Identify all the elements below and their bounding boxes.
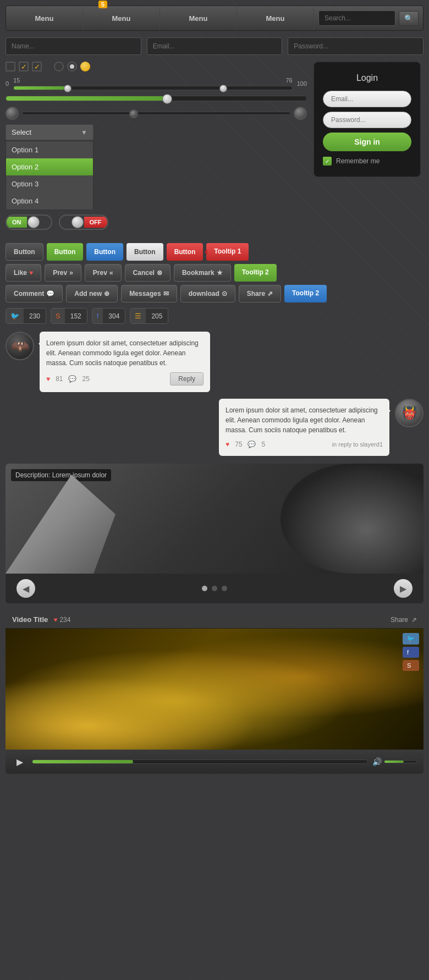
comment-bubble-icon-2: 💬 xyxy=(248,439,256,449)
password-input[interactable] xyxy=(288,37,424,55)
nav-item-1[interactable]: Menu xyxy=(6,7,83,30)
btn-download[interactable]: download ⊙ xyxy=(180,285,235,302)
button-row-2: Like ♥ Prev » Prev « Cancel ⊗ Bookmark ★… xyxy=(6,264,424,282)
toggle-off-side-1 xyxy=(40,220,51,224)
select-arrow-icon: ▼ xyxy=(81,129,87,136)
remember-label: Remember me xyxy=(336,157,380,165)
radio-dot-yellow[interactable] xyxy=(80,62,90,71)
like-count-2: 75 xyxy=(235,439,242,449)
nav-item-3[interactable]: Menu xyxy=(160,7,237,30)
video-stumbleupon-btn[interactable]: S xyxy=(403,660,419,671)
download-icon: ⊙ xyxy=(222,290,227,298)
select-option-2[interactable]: Option 2 xyxy=(6,158,93,175)
btn-red-1[interactable]: Button xyxy=(167,243,204,261)
video-share[interactable]: Share ⇗ xyxy=(391,616,417,624)
btn-comment[interactable]: Comment 💬 xyxy=(6,285,63,302)
select-option-3[interactable]: Option 3 xyxy=(6,175,93,192)
slider-dot-3[interactable] xyxy=(222,586,227,591)
download-text: download ⊙ xyxy=(189,290,227,298)
slider-prev-button[interactable]: ◀ xyxy=(16,579,35,598)
name-input[interactable] xyxy=(6,37,141,55)
select-label: Select xyxy=(12,128,31,136)
comment-text: Comment 💬 xyxy=(14,290,54,298)
search-button[interactable]: 🔍 xyxy=(399,11,419,26)
login-password-input[interactable] xyxy=(323,112,411,128)
btn-prev-2[interactable]: Prev « xyxy=(85,264,122,282)
checkbox-unchecked[interactable] xyxy=(6,62,15,71)
checkbox-checked-yellow[interactable]: ✓ xyxy=(32,62,42,71)
knob-track[interactable] xyxy=(22,112,290,115)
video-facebook-btn[interactable]: f xyxy=(403,647,419,658)
slider-1-track: 15 76 xyxy=(13,77,293,90)
btn-bookmark[interactable]: Bookmark ★ xyxy=(174,264,231,282)
comment-item-right: Lorem ipsum dolor sit amet, consectetuer… xyxy=(6,399,424,456)
facebook-icon: f xyxy=(92,309,103,323)
btn-prev-1[interactable]: Prev » xyxy=(45,264,81,282)
chevron-right-icon: » xyxy=(69,269,73,277)
comment-actions-1: ♥ 81 💬 25 Reply xyxy=(46,372,204,386)
btn-add-new[interactable]: Add new ⊕ xyxy=(66,285,118,302)
btn-share[interactable]: Share ⇗ xyxy=(239,285,281,302)
btn-like[interactable]: Like ♥ xyxy=(6,264,41,282)
login-box: Login Sign in ✓ Remember me xyxy=(314,62,421,177)
tooltip-blue-1[interactable]: Tooltip 2 xyxy=(284,285,327,302)
video-title-area: Video Title ♥ 234 xyxy=(12,615,70,624)
remember-checkbox[interactable]: ✓ xyxy=(323,157,332,166)
btn-dark-1[interactable]: Button xyxy=(6,243,43,261)
social-twitter[interactable]: 🐦 230 xyxy=(6,308,46,324)
search-input[interactable] xyxy=(318,10,395,26)
left-controls: ✓ ✓ 0 15 76 xyxy=(6,62,307,236)
heart-icon-video: ♥ xyxy=(53,616,57,624)
sign-in-button[interactable]: Sign in xyxy=(323,133,411,151)
volume-bar[interactable] xyxy=(384,760,417,763)
select-option-1[interactable]: Option 1 xyxy=(6,141,93,158)
btn-green-1[interactable]: Button xyxy=(47,243,84,261)
video-progress-bar[interactable] xyxy=(32,759,368,764)
btn-messages[interactable]: Messages ✉ xyxy=(121,285,177,302)
stumbleupon-count: 152 xyxy=(65,309,87,323)
button-row-3: Comment 💬 Add new ⊕ Messages ✉ download … xyxy=(6,285,424,302)
play-button[interactable]: ▶ xyxy=(12,754,28,769)
toggle-on[interactable]: ON xyxy=(6,214,52,230)
email-input[interactable] xyxy=(147,37,283,55)
nav-item-2[interactable]: Menu xyxy=(83,7,160,30)
slider-2[interactable] xyxy=(6,96,307,101)
add-new-text: Add new ⊕ xyxy=(74,290,109,298)
video-title: Video Title xyxy=(12,615,48,624)
chevron-left-icon: « xyxy=(109,269,113,277)
video-leaves-bg xyxy=(6,629,424,750)
radio-checked[interactable] xyxy=(67,62,77,71)
select-box[interactable]: Select ▼ xyxy=(6,124,94,140)
video-twitter-btn[interactable]: 🐦 xyxy=(403,633,419,645)
btn-blue-1[interactable]: Button xyxy=(86,243,123,261)
reply-button-1[interactable]: Reply xyxy=(170,372,204,386)
tooltip-green-1[interactable]: Tooltip 2 xyxy=(234,264,277,282)
radio-unchecked[interactable] xyxy=(54,62,64,71)
slider-nav: ◀ ▶ xyxy=(6,574,424,603)
slider-1[interactable] xyxy=(13,86,293,90)
slider-1-min: 15 xyxy=(13,77,20,84)
checkbox-checked[interactable]: ✓ xyxy=(19,62,29,71)
select-option-4[interactable]: Option 4 xyxy=(6,192,93,210)
stumbleupon-icon: S xyxy=(51,309,65,323)
share-icon: ⇗ xyxy=(411,616,417,624)
slider-next-button[interactable]: ▶ xyxy=(394,579,413,598)
social-stumbleupon[interactable]: S 152 xyxy=(51,308,87,324)
video-controls: ▶ 🔊 xyxy=(6,750,424,774)
tooltip-red-1[interactable]: Tooltip 1 xyxy=(206,243,249,261)
slider-dot-2[interactable] xyxy=(212,586,217,591)
btn-cancel[interactable]: Cancel ⊗ xyxy=(125,264,170,282)
knob-left[interactable] xyxy=(6,107,19,120)
toggle-off[interactable]: OFF xyxy=(59,214,108,230)
in-reply-label: in reply to slayerd1 xyxy=(332,440,383,449)
login-email-input[interactable] xyxy=(323,91,411,107)
volume-fill xyxy=(384,761,404,763)
like-count-1: 81 xyxy=(56,374,63,384)
social-rss[interactable]: ☰ 205 xyxy=(130,308,168,324)
knob-right[interactable] xyxy=(294,107,307,120)
social-facebook[interactable]: f 304 xyxy=(92,308,126,324)
slider-dot-1[interactable] xyxy=(202,586,207,591)
nav-item-4[interactable]: Menu xyxy=(237,7,314,30)
select-dropdown[interactable]: Select ▼ Option 1 Option 2 Option 3 Opti… xyxy=(6,124,94,210)
btn-white-1[interactable]: Button xyxy=(127,243,163,261)
